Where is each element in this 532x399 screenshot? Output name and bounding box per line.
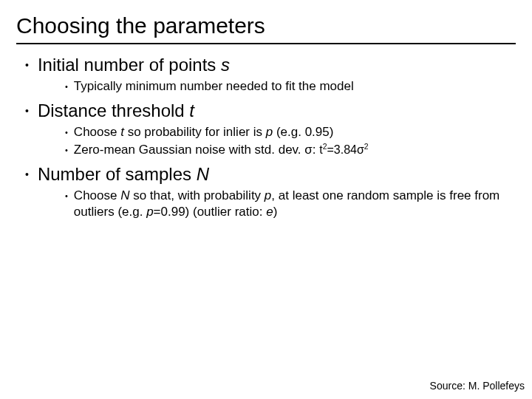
source-credit: Source: M. Pollefeys (430, 380, 525, 392)
bullet-text: Initial number of points s (38, 55, 230, 75)
list-item: • Distance threshold t • Choose t so pro… (22, 100, 516, 158)
bullet-dot-icon: • (65, 188, 68, 204)
sub-bullet-text: Choose t so probability for inlier is p … (74, 124, 334, 140)
bullet-dot-icon: • (65, 142, 68, 158)
bullet-list: • Initial number of points s • Typically… (16, 55, 516, 220)
bullet-text: Number of samples N (38, 164, 209, 185)
list-item: • Initial number of points s • Typically… (22, 55, 516, 95)
bullet-dot-icon: • (25, 55, 29, 75)
bullet-dot-icon: • (25, 164, 29, 185)
bullet-dot-icon: • (65, 124, 68, 140)
bullet-dot-icon: • (65, 78, 68, 95)
bullet-text: Distance threshold t (38, 100, 194, 121)
bullet-dot-icon: • (25, 100, 29, 121)
sub-bullet-text: Choose N so that, with probability p, at… (74, 188, 516, 220)
sub-bullet-text: Typically minimum number needed to fit t… (74, 78, 354, 95)
slide-title: Choosing the parameters (16, 13, 516, 44)
list-item: • Number of samples N • Choose N so that… (22, 164, 516, 220)
sub-bullet-text: Zero-mean Gaussian noise with std. dev. … (74, 142, 369, 158)
